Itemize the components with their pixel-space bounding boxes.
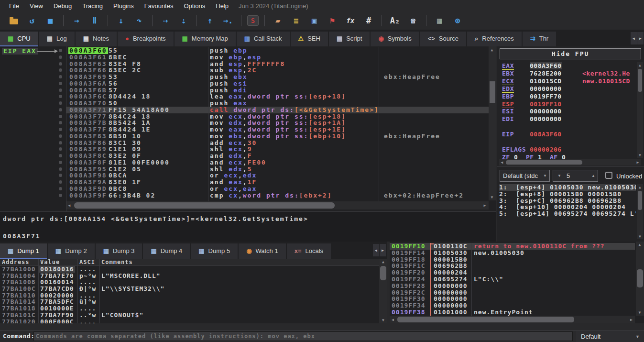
stack-row[interactable]: 0019FF2800000000 — [390, 283, 635, 289]
close-icon[interactable]: ■ — [43, 14, 57, 27]
scroll-left-icon[interactable]: ◀ — [499, 159, 505, 165]
disasm-row[interactable]: 008A3F8C83E2 0Fand edx,F — [66, 153, 489, 159]
stack-vscrollbar[interactable]: ▲ ▼ — [636, 242, 644, 316]
registers-vscroll-thumb[interactable] — [638, 69, 642, 92]
breakpoint-dot[interactable] — [59, 115, 62, 118]
dump-row[interactable]: 77BA100C77BA7CD0Ð|°wL"\\SYSTEM32\\" — [0, 286, 379, 292]
disasm-row[interactable]: 008A3F6B57push edi — [66, 87, 489, 94]
argument-row[interactable]: 2: [esp+8] 000015B0 000015B0 — [499, 191, 636, 198]
breakpoint-dot[interactable] — [59, 62, 62, 66]
scroll-right-icon[interactable]: ▶ — [635, 159, 641, 165]
breakpoint-dot[interactable] — [59, 82, 62, 85]
dump-row[interactable]: 77BA101C77BA7F90..°wL"CONOUT$" — [0, 312, 379, 319]
tab-log[interactable]: ▤Log — [39, 32, 75, 46]
register-value[interactable]: 7628E200 — [530, 70, 562, 77]
stack-row[interactable]: 0019FF3000000000 — [390, 296, 635, 302]
step-into-icon[interactable]: ↓ — [114, 14, 128, 27]
scroll-down-icon[interactable]: ▼ — [636, 309, 644, 316]
disasm-row[interactable]: 008A3F6A56push esi — [66, 80, 489, 87]
dump-tab-dump-1[interactable]: ▦Dump 1 — [0, 243, 47, 259]
stack-hscroll-thumb[interactable] — [397, 317, 574, 322]
breakpoint-dot[interactable] — [59, 174, 62, 177]
breakpoint-dot[interactable] — [59, 167, 62, 171]
scroll-left-icon[interactable]: ◀ — [66, 201, 73, 210]
assembler-icon[interactable]: A₂ — [388, 14, 402, 27]
stack-vscroll-thumb[interactable] — [637, 269, 643, 287]
unlocked-checkbox[interactable] — [605, 172, 612, 179]
breakpoint-dot[interactable] — [59, 95, 62, 98]
settings-icon[interactable]: S — [247, 15, 259, 26]
menu-file[interactable]: File — [4, 2, 24, 10]
disasm-row[interactable]: 008A3F618BECmov ebp,esp — [66, 54, 489, 61]
stack-row[interactable]: 0019FF100100110Creturn to new.0100110C f… — [390, 243, 635, 250]
breakpoint-dot[interactable] — [59, 134, 62, 138]
disasm-row[interactable]: 008A3F980BCAor ecx,edx — [66, 172, 489, 179]
disasm-row[interactable]: 008A3F8683C1 30add ecx,30 — [66, 140, 489, 146]
register-value[interactable]: 0019FF10 — [530, 100, 562, 108]
dump-tab-dump-5[interactable]: ▦Dump 5 — [191, 243, 238, 259]
labels-icon[interactable]: ▣ — [307, 14, 321, 27]
breakpoint-dot[interactable] — [59, 55, 62, 59]
profile-dropdown[interactable]: Default ▼ — [576, 331, 644, 342]
tab-scroll-left-icon[interactable]: ◀ — [373, 244, 379, 256]
disasm-row[interactable]: 008A3F6055push ebp — [66, 47, 489, 54]
tab-symbols[interactable]: ◉Symbols — [371, 32, 419, 46]
dump-vscrollbar[interactable]: ▲ ▼ — [379, 259, 387, 323]
scroll-right-icon[interactable]: ▶ — [482, 201, 489, 210]
dump-column-header[interactable]: Comments — [101, 259, 133, 266]
register-name[interactable]: ESI — [502, 108, 530, 115]
register-name[interactable]: EAX — [502, 62, 530, 69]
breakpoint-dot[interactable] — [59, 108, 62, 111]
register-name[interactable]: EDX — [502, 85, 530, 92]
disasm-row[interactable]: 008A3F71FF15 54A18A00call dword ptr ds:[… — [66, 107, 489, 113]
breakpoint-dot[interactable] — [59, 128, 62, 131]
tab-source[interactable]: <>Source — [420, 32, 466, 46]
spinner-down-icon[interactable]: ▼ — [555, 174, 564, 178]
register-name[interactable]: EBX — [502, 70, 530, 77]
breakpoint-dot[interactable] — [59, 121, 62, 124]
disasm-row[interactable]: 008A3F6383E4 F8and esp,FFFFFFF8 — [66, 61, 489, 67]
disasm-row[interactable]: 008A3F7050push eax — [66, 100, 489, 107]
dump-row[interactable]: 77BA100477BA7E70p~°wL"MSCOREE.DLL" — [0, 273, 379, 279]
register-value[interactable]: 010015CD — [530, 77, 562, 85]
dump-column-header[interactable]: Address — [2, 259, 30, 266]
trace-into-icon[interactable]: ⇢ — [158, 14, 173, 27]
dump-tab-watch-1[interactable]: ◉Watch 1 — [239, 243, 286, 259]
register-value[interactable]: 00000000 — [530, 108, 562, 115]
scroll-down-icon[interactable]: ▼ — [379, 317, 387, 323]
patches-icon[interactable]: ▰ — [271, 14, 285, 27]
register-name[interactable]: EIP — [502, 131, 530, 138]
scroll-up-icon[interactable]: ▲ — [379, 259, 387, 265]
attach-icon[interactable]: ☎ — [406, 14, 420, 27]
tab-notes[interactable]: ▤Notes — [76, 32, 117, 46]
disasm-row[interactable]: 008A3F7F8B4424 1Emov eax,dword ptr ss:[e… — [66, 126, 489, 133]
comment-icon[interactable]: ≡ — [289, 14, 303, 27]
execute-till-return-icon[interactable]: ↑ — [203, 14, 217, 27]
menu-view[interactable]: View — [24, 2, 48, 10]
register-name[interactable]: EBP — [502, 93, 530, 100]
stack-hscrollbar[interactable]: ◀ ▶ — [390, 316, 635, 323]
tab-call-stack[interactable]: ▥Call Stack — [237, 32, 290, 46]
disasm-row[interactable]: 008A3F6953push ebxebx:HeapFree — [66, 74, 489, 80]
menu-plugins[interactable]: Plugins — [108, 2, 139, 10]
registers-hscrollbar[interactable]: ◀ ▶ — [499, 159, 641, 165]
argument-row[interactable]: 4: [esp+10] 00000204 00000204 — [499, 204, 636, 210]
breakpoint-dot[interactable] — [59, 154, 62, 157]
trace-over-icon[interactable]: ⇣ — [176, 14, 191, 27]
menu-options[interactable]: Options — [178, 2, 210, 10]
scroll-left-icon[interactable]: ◀ — [390, 316, 396, 323]
disasm-row[interactable]: 008A3F838B5D 10mov ebx,dword ptr ss:[ebp… — [66, 133, 489, 140]
tab-references[interactable]: ⌕References — [467, 32, 522, 46]
register-name[interactable]: ECX — [502, 77, 530, 85]
tab-cpu[interactable]: ▦CPU — [0, 32, 38, 46]
stack-row[interactable]: 0019FF1C006962B8 — [390, 263, 635, 269]
command-input[interactable] — [33, 331, 573, 341]
argument-row[interactable]: 1: [esp+4] 01005030 new.01005030 — [499, 184, 636, 191]
stack-row[interactable]: 0019FF18000015B0 — [390, 256, 635, 263]
tab-scroll-right-icon[interactable]: ▶ — [637, 32, 644, 44]
breakpoint-dot[interactable] — [59, 75, 62, 78]
scroll-up-icon[interactable]: ▲ — [637, 184, 643, 190]
dump-tab-dump-4[interactable]: ▦Dump 4 — [143, 243, 190, 259]
run-icon[interactable]: → — [69, 14, 84, 27]
disasm-row[interactable]: 008A3F7B8B5424 1Amov edx,dword ptr ss:[e… — [66, 120, 489, 126]
